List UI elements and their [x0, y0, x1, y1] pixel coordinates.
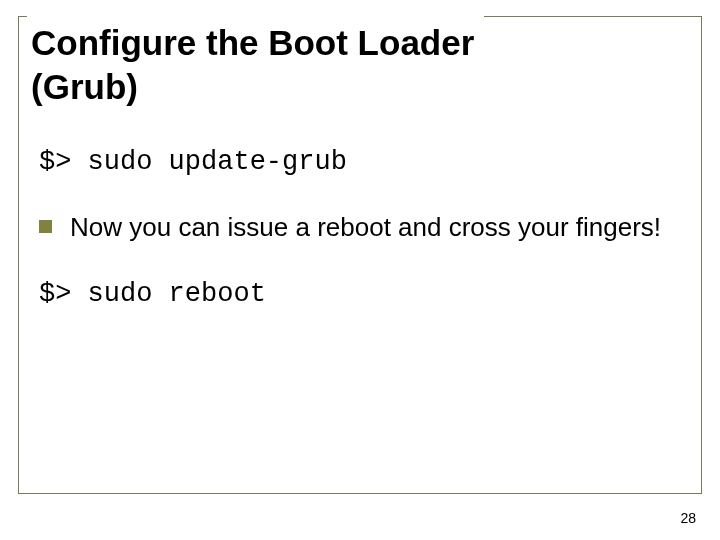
- bullet-text: Now you can issue a reboot and cross you…: [70, 211, 661, 245]
- slide-frame: Configure the Boot Loader (Grub) $> sudo…: [18, 16, 702, 494]
- square-bullet-icon: [39, 220, 52, 233]
- command-line-2: $> sudo reboot: [39, 279, 681, 309]
- title-container: Configure the Boot Loader (Grub): [27, 15, 484, 119]
- slide-content: $> sudo update-grub Now you can issue a …: [39, 147, 681, 309]
- bullet-item: Now you can issue a reboot and cross you…: [39, 211, 681, 245]
- slide-title-line2: (Grub): [31, 65, 474, 109]
- slide-title-line1: Configure the Boot Loader: [31, 21, 474, 65]
- command-line-1: $> sudo update-grub: [39, 147, 681, 177]
- page-number: 28: [680, 510, 696, 526]
